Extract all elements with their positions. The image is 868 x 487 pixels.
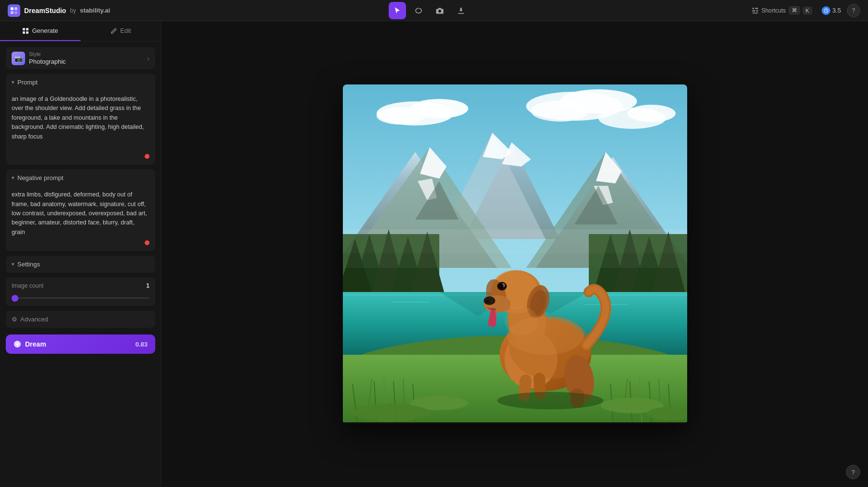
topbar: DreamStudio by stability.ai — [0, 0, 868, 21]
settings-section: ▾ Settings — [6, 256, 155, 273]
style-value: Photographic — [29, 58, 66, 65]
company-name: stability.ai — [80, 7, 110, 14]
download-btn[interactable] — [452, 2, 470, 19]
kbd-k: K — [803, 7, 812, 14]
svg-rect-2 — [11, 11, 14, 14]
svg-point-85 — [484, 296, 495, 305]
negative-char-limit-indicator — [145, 240, 149, 245]
style-selector[interactable]: 📷 Style Photographic › — [6, 47, 155, 69]
svg-rect-98 — [343, 253, 687, 268]
prompt-footer — [12, 152, 149, 159]
dream-left: Dream — [14, 340, 46, 348]
credit-amount: 3.5 — [832, 7, 841, 14]
topbar-center-actions — [116, 2, 742, 19]
char-limit-indicator — [145, 154, 149, 159]
settings-header[interactable]: ▾ Settings — [6, 256, 155, 273]
svg-rect-4 — [752, 8, 754, 9]
help-circle-btn[interactable]: ? — [846, 465, 860, 479]
logo-icon — [8, 4, 20, 17]
prompt-section-title: Prompt — [17, 79, 38, 86]
style-row-left: 📷 Style Photographic — [12, 51, 66, 65]
dream-icon — [14, 340, 21, 348]
image-count-section: Image count 1 — [6, 278, 155, 306]
style-label: Style — [29, 51, 66, 57]
prompt-section: ▾ Prompt an image of a <span class="unde… — [6, 74, 155, 165]
svg-rect-11 — [26, 28, 28, 30]
sidebar: Generate Edit 📷 Style Photographic — [0, 21, 162, 487]
prompt-section-body: an image of a <span class="underline-wor… — [6, 91, 155, 165]
advanced-icon: ⚙ — [12, 316, 17, 323]
svg-point-86 — [486, 300, 489, 303]
tab-edit[interactable]: Edit — [81, 21, 161, 41]
dream-button[interactable]: Dream 0.83 — [6, 334, 155, 354]
prompt-textarea[interactable]: an image of a <span class="underline-wor… — [12, 95, 149, 151]
svg-point-89 — [498, 283, 503, 289]
tab-generate-label: Generate — [32, 27, 58, 34]
image-count-value: 1 — [146, 282, 149, 289]
style-chevron-icon: › — [147, 55, 149, 62]
app-logo: DreamStudio by stability.ai — [8, 4, 110, 17]
by-text: by — [70, 7, 76, 14]
negative-prompt-title: Negative prompt — [17, 174, 63, 181]
lasso-tool-btn[interactable] — [410, 2, 427, 19]
shortcuts-btn[interactable]: Shortcuts ⌘ K — [748, 4, 816, 16]
settings-title: Settings — [17, 261, 40, 268]
negative-prompt-textarea[interactable]: extra limbs, disfigured, deformed, body … — [12, 190, 149, 237]
generated-image — [343, 84, 687, 424]
svg-point-20 — [531, 100, 589, 122]
svg-rect-1 — [14, 7, 17, 10]
svg-rect-3 — [14, 11, 17, 14]
settings-chevron-icon: ▾ — [12, 261, 14, 267]
svg-rect-8 — [752, 13, 758, 14]
credit-display: 3.5 — [822, 6, 841, 15]
negative-prompt-section: ▾ Negative prompt extra limbs, disfigure… — [6, 169, 155, 251]
prompt-chevron-icon: ▾ — [12, 79, 14, 85]
cursor-tool-btn[interactable] — [389, 2, 406, 19]
negative-prompt-chevron-icon: ▾ — [12, 175, 14, 181]
sidebar-content: 📷 Style Photographic › ▾ Prompt an image… — [0, 42, 161, 360]
svg-rect-13 — [26, 31, 28, 34]
canvas-area: ? — [162, 21, 868, 487]
prompt-section-header[interactable]: ▾ Prompt — [6, 74, 155, 91]
svg-rect-6 — [752, 10, 755, 12]
svg-rect-12 — [23, 31, 25, 34]
advanced-section[interactable]: ⚙ Advanced — [6, 311, 155, 328]
tab-generate[interactable]: Generate — [0, 21, 81, 41]
style-icon: 📷 — [12, 52, 25, 65]
svg-point-22 — [627, 105, 676, 122]
image-svg — [343, 84, 687, 422]
svg-point-17 — [377, 107, 425, 125]
svg-rect-10 — [23, 28, 25, 30]
tab-edit-label: Edit — [120, 27, 131, 34]
svg-rect-0 — [11, 7, 14, 10]
dream-cost: 0.83 — [136, 341, 148, 348]
bottom-bar: ? — [846, 465, 860, 479]
svg-rect-7 — [756, 10, 758, 12]
negative-prompt-header[interactable]: ▾ Negative prompt — [6, 169, 155, 186]
dream-label: Dream — [25, 340, 46, 348]
image-count-row: Image count 1 — [6, 278, 155, 291]
svg-point-92 — [497, 392, 603, 409]
image-count-slider[interactable] — [12, 297, 149, 299]
shortcuts-label: Shortcuts — [761, 7, 786, 14]
credit-icon — [822, 6, 830, 15]
svg-point-94 — [353, 404, 430, 421]
sidebar-tabs: Generate Edit — [0, 21, 161, 42]
svg-rect-52 — [391, 302, 430, 303]
negative-prompt-body: extra limbs, disfigured, deformed, body … — [6, 186, 155, 251]
advanced-label: Advanced — [20, 316, 48, 323]
main-layout: Generate Edit 📷 Style Photographic — [0, 21, 868, 487]
image-count-slider-container — [6, 291, 155, 306]
svg-rect-5 — [755, 8, 758, 9]
svg-point-91 — [504, 306, 538, 335]
camera-btn[interactable] — [431, 2, 448, 19]
topbar-right: Shortcuts ⌘ K 3.5 ? — [748, 4, 860, 17]
svg-rect-97 — [343, 229, 687, 253]
kbd-cmd: ⌘ — [789, 6, 800, 14]
app-name: DreamStudio — [24, 7, 66, 14]
negative-prompt-footer — [12, 238, 149, 245]
image-count-label: Image count — [12, 282, 43, 289]
help-btn[interactable]: ? — [847, 4, 860, 17]
